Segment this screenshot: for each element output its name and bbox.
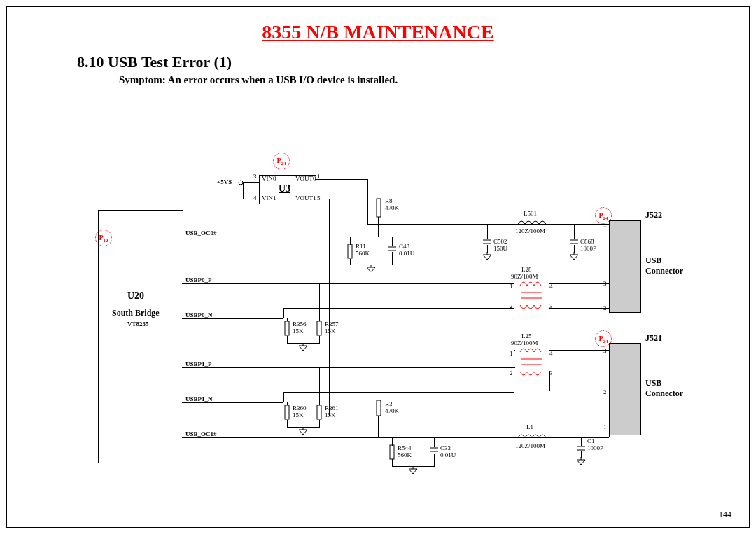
choke-l25-icon	[514, 346, 550, 377]
c48-val: 0.01U	[399, 250, 414, 257]
r3-ref: R3	[385, 400, 393, 407]
resistor-r360-icon	[283, 405, 291, 420]
schematic-diagram: U20 South Bridge VT8235 P12 USB_OC0# USB…	[98, 140, 679, 490]
inductor-l1-icon	[518, 432, 546, 443]
u3-ref: U3	[279, 183, 290, 195]
svg-rect-27	[377, 400, 381, 416]
l28-val: 90Z/100M	[511, 273, 538, 280]
r544-ref: R544	[398, 444, 412, 451]
c502-val: 150U	[493, 245, 507, 252]
ground-icon-4	[298, 343, 309, 351]
l1-val: 120Z/100M	[515, 442, 545, 449]
resistor-r8-icon	[374, 197, 383, 218]
u3-pin-vin1: VIN1	[262, 195, 276, 202]
section-heading: 8.10 USB Test Error (1)	[77, 53, 749, 71]
choke-l28-icon	[514, 280, 550, 311]
l501-ref: L501	[524, 210, 537, 217]
j522-connector	[609, 220, 641, 313]
svg-rect-15	[285, 321, 289, 335]
sig-usbp1-p: USBP1_P	[186, 360, 212, 367]
c48-ref: C48	[399, 243, 410, 250]
resistor-r361-icon	[315, 405, 323, 420]
c33-val: 0.01U	[440, 451, 456, 458]
resistor-r357-icon	[315, 321, 323, 336]
r8-val: 470K	[385, 204, 399, 211]
u3-pin-vout0: VOUT0	[295, 175, 316, 182]
sig-usbp0-n: USBP0_N	[186, 311, 213, 318]
l25-ref: L25	[522, 332, 532, 339]
l1-ref: L1	[526, 423, 533, 430]
ground-icon-6	[575, 457, 587, 465]
l25-pin1: 1	[510, 350, 513, 357]
l25-pin4: 4	[550, 350, 553, 357]
j522-usb-label: USB	[645, 255, 662, 266]
r8-ref: R8	[385, 197, 393, 204]
c502-ref: C502	[493, 238, 507, 245]
r356-ref: R356	[293, 321, 307, 328]
u3-pin-vin0: VIN0	[262, 175, 276, 182]
r11-ref: R11	[356, 243, 366, 250]
ground-icon	[365, 265, 377, 273]
south-bridge-ref: U20	[127, 290, 144, 302]
svg-marker-14	[570, 255, 578, 260]
svg-marker-10	[483, 255, 491, 260]
j521-usb-label: USB	[645, 378, 662, 388]
south-bridge-part: VT8235	[127, 321, 149, 328]
c868-ref: C868	[580, 238, 594, 245]
c1-val: 1000P	[587, 444, 603, 451]
svg-rect-22	[317, 405, 321, 419]
svg-marker-6	[367, 267, 375, 272]
svg-marker-18	[299, 346, 307, 351]
p12-ref: P12	[95, 230, 112, 246]
j521-conn-label: Connector	[645, 388, 683, 399]
resistor-r356-icon	[283, 321, 291, 336]
r360-val: 15K	[293, 412, 304, 419]
r361-ref: R361	[325, 405, 339, 412]
sig-usbp1-n: USBP1_N	[186, 395, 213, 402]
resistor-r544-icon	[388, 444, 396, 460]
sig-usbp0-p: USBP0_P	[186, 276, 212, 283]
resistor-r3-icon	[374, 399, 383, 417]
u3-pin4-num: 4	[253, 195, 257, 202]
resistor-r11-icon	[346, 244, 354, 259]
svg-marker-31	[577, 460, 585, 465]
r11-val: 560K	[356, 250, 370, 257]
south-bridge-name: South Bridge	[112, 308, 160, 318]
j522-ref: J522	[645, 210, 662, 220]
svg-rect-2	[348, 244, 352, 258]
u3-pin3-num: 3	[253, 173, 257, 180]
l28-pin1: 1	[510, 283, 513, 290]
ground-icon-7	[407, 466, 419, 475]
r544-val: 560K	[398, 451, 412, 458]
j522-pin1: 1	[603, 221, 607, 228]
r3-val: 470K	[385, 407, 399, 414]
svg-rect-32	[390, 445, 394, 459]
r357-val: 15K	[325, 328, 336, 335]
south-bridge-block	[98, 210, 183, 463]
j521-connector	[609, 343, 641, 435]
sig-usb-oc1: USB_OC1#	[186, 430, 217, 437]
u3-pin5-num: 5	[317, 195, 321, 202]
svg-rect-21	[285, 405, 289, 419]
j521-pin3: 3	[603, 347, 607, 354]
j521-ref: J521	[645, 333, 662, 344]
u3-supply: +5VS	[217, 178, 232, 185]
page-number: 144	[719, 510, 732, 520]
l25-pin2: 2	[510, 370, 513, 377]
l501-val: 120Z/100M	[515, 227, 545, 234]
j522-conn-label: Connector	[645, 266, 683, 276]
j521-pin2: 2	[603, 388, 607, 395]
r360-ref: R360	[293, 405, 307, 412]
l28-ref: L28	[522, 266, 532, 273]
c33-ref: C33	[440, 444, 451, 451]
svg-marker-24	[299, 430, 307, 435]
l28-pin2: 2	[510, 302, 513, 309]
doc-title: 8355 N/B MAINTENANCE	[7, 21, 749, 43]
symptom-text: Symptom: An error occurs when a USB I/O …	[119, 74, 749, 86]
c868-val: 1000P	[580, 245, 596, 252]
c1-ref: C1	[587, 437, 595, 444]
svg-marker-36	[409, 469, 417, 474]
r356-val: 15K	[293, 328, 304, 335]
p24-ref-u3: P24	[273, 153, 290, 169]
ground-icon-2	[482, 252, 493, 260]
